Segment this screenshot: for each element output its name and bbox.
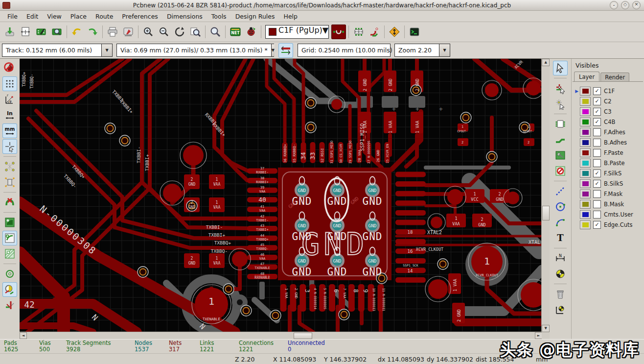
tool-undo-icon[interactable] (69, 24, 84, 39)
layer-visibility-checkbox[interactable] (593, 159, 601, 167)
layer-row-f-mask[interactable]: F.Mask (573, 189, 643, 199)
tool-route-edit-icon[interactable] (2, 298, 17, 313)
layer-color-swatch[interactable] (580, 148, 591, 157)
tool-zoom-fit-icon[interactable] (188, 24, 203, 39)
layer-row-f-silks[interactable]: ✓F.SilkS (573, 168, 643, 178)
layer-visibility-checkbox[interactable]: ✓ (593, 170, 601, 177)
tool-read-netlist-icon[interactable]: NET (228, 24, 243, 39)
layer-visibility-checkbox[interactable] (593, 128, 601, 136)
tool-module-editor-icon[interactable] (34, 24, 48, 39)
tool-add-text-icon[interactable]: T (553, 231, 568, 245)
tool-redo-icon[interactable] (85, 24, 100, 39)
tool-add-zone-icon[interactable] (553, 148, 568, 163)
tool-select-icon[interactable] (553, 61, 568, 75)
tool-run-drc-icon[interactable] (244, 24, 258, 39)
menu-item-edit[interactable]: Edit (22, 12, 43, 21)
tool-zones-filled-icon[interactable] (2, 215, 17, 230)
layer-row-c1f[interactable]: ▶✓C1F (573, 86, 643, 96)
layer-selector[interactable]: C1F (PgUp) ▼ (265, 25, 329, 39)
tool-zoom-out-icon[interactable] (157, 24, 171, 39)
tool-zoom-redraw-icon[interactable] (172, 24, 187, 39)
tool-pads-sketch-icon[interactable] (2, 267, 17, 281)
horizontal-scrollbar[interactable]: ◄ ► (20, 332, 542, 339)
vscroll-thumb[interactable] (542, 206, 550, 220)
scroll-left-icon[interactable]: ◄ (20, 332, 27, 339)
via-size-select[interactable]: Via: 0.69 mm (27.0 mils)/ 0.33 mm (13.0 … (116, 44, 274, 57)
tool-zoom-in-icon[interactable] (141, 24, 156, 39)
menu-item-help[interactable]: Help (279, 12, 302, 21)
tool-zones-no-fill-icon[interactable] (2, 246, 17, 261)
hscroll-thumb[interactable] (294, 333, 312, 339)
tool-set-origin-icon[interactable] (553, 302, 568, 317)
maximize-button[interactable]: ◇ (621, 1, 629, 9)
layer-color-swatch[interactable] (580, 97, 591, 106)
tool-add-graphic-line-icon[interactable] (553, 184, 568, 198)
tool-add-circle-icon[interactable] (553, 199, 568, 214)
tool-high-contrast-icon[interactable] (2, 282, 17, 297)
menu-item-view[interactable]: View (43, 12, 66, 21)
layer-row-edge-cuts[interactable]: ✓Edge.Cuts (573, 219, 643, 230)
chevron-down-icon[interactable]: ▼ (271, 44, 275, 56)
tool-grid-visibility-icon[interactable] (2, 76, 17, 91)
close-button[interactable]: ✕ (632, 1, 641, 9)
layer-row-c2[interactable]: ✓C2 (573, 96, 643, 106)
tool-track-mode-icon[interactable] (367, 24, 382, 39)
menu-item-place[interactable]: Place (66, 12, 91, 21)
layer-visibility-checkbox[interactable]: ✓ (593, 97, 601, 105)
layer-color-swatch[interactable] (580, 190, 591, 198)
tool-find-icon[interactable] (208, 24, 223, 39)
layer-row-b-paste[interactable]: B.Paste (573, 158, 643, 168)
layer-row-b-silks[interactable]: ✓B.SilkS (573, 178, 643, 189)
layer-color-swatch[interactable] (580, 118, 591, 126)
tool-module-viewer-icon[interactable] (49, 24, 64, 39)
menu-item-preferences[interactable]: Preferences (117, 12, 162, 21)
layer-row-f-adhes[interactable]: F.Adhes (573, 127, 643, 137)
tab-render[interactable]: Render (600, 73, 629, 81)
tool-delete-item-icon[interactable] (553, 287, 568, 301)
layer-row-cmts-user[interactable]: Cmts.User (573, 209, 643, 219)
layer-row-c3[interactable]: ✓C3 (573, 106, 643, 117)
zoom-select[interactable]: Zoom 2.20 ▼ (394, 44, 450, 57)
layer-color-swatch[interactable] (580, 179, 591, 188)
tool-local-ratsnest-icon[interactable] (553, 97, 568, 111)
tool-highlight-net-icon[interactable] (553, 81, 568, 96)
layer-visibility-checkbox[interactable] (593, 149, 601, 157)
tool-ratsnest-visibility-icon[interactable] (2, 159, 17, 174)
menu-item-tools[interactable]: Tools (207, 12, 231, 21)
layer-row-f-paste[interactable]: F.Paste (573, 147, 643, 158)
tool-auto-delete-track-icon[interactable] (2, 195, 17, 210)
layer-color-swatch[interactable] (580, 169, 591, 178)
menu-item-route[interactable]: Route (91, 12, 117, 21)
layer-visibility-checkbox[interactable] (593, 211, 601, 218)
menu-item-dimensions[interactable]: Dimensions (162, 12, 207, 21)
tool-polar-coords-icon[interactable]: rφ (2, 92, 17, 107)
tool-print-icon[interactable] (105, 24, 120, 39)
tool-via-color-icon[interactable] (331, 24, 346, 39)
minimize-button[interactable]: ⌄ (610, 1, 618, 9)
layer-color-swatch[interactable] (580, 159, 591, 168)
tool-add-footprint-icon[interactable] (553, 117, 568, 131)
auto-track-width-button[interactable] (278, 43, 293, 58)
layer-color-swatch[interactable] (580, 138, 591, 147)
menu-item-design-rules[interactable]: Design Rules (231, 12, 279, 21)
tool-add-keepout-icon[interactable] (553, 164, 568, 178)
chevron-down-icon[interactable]: ▼ (439, 44, 450, 56)
tool-zones-outline-icon[interactable] (2, 231, 17, 245)
layer-color-swatch[interactable] (580, 107, 591, 116)
tool-footprint-mode-icon[interactable] (351, 24, 366, 39)
layer-visibility-checkbox[interactable]: ✓ (593, 87, 601, 95)
layer-row-c4b[interactable]: ✓C4B (573, 117, 643, 127)
chevron-down-icon[interactable]: ▼ (101, 44, 112, 56)
layer-visibility-checkbox[interactable]: ✓ (593, 180, 601, 188)
tool-units-mm-icon[interactable]: mm (2, 123, 17, 138)
tool-units-inch-icon[interactable]: In (2, 108, 17, 122)
layer-visibility-checkbox[interactable]: ✓ (593, 108, 601, 116)
layer-row-b-adhes[interactable]: B.Adhes (573, 137, 643, 147)
tool-add-dimension-icon[interactable]: N (553, 251, 568, 266)
scroll-down-icon[interactable]: ▼ (542, 325, 550, 332)
chevron-down-icon[interactable]: ▼ (322, 25, 328, 38)
menu-item-file[interactable]: File (3, 12, 22, 21)
grid-select[interactable]: Grid: 0.2540 mm (10.00 mils) ▼ (298, 44, 391, 57)
layer-visibility-checkbox[interactable]: ✓ (593, 221, 601, 229)
scroll-up-icon[interactable]: ▲ (542, 59, 550, 66)
